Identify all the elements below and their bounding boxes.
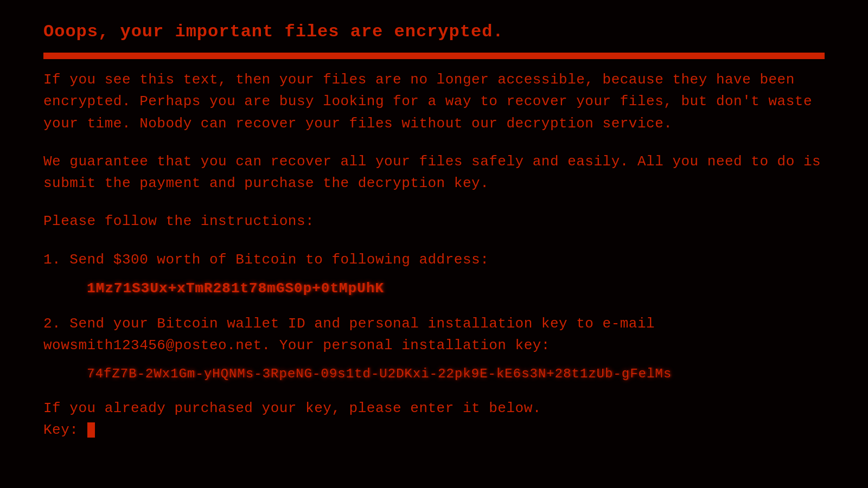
bitcoin-address: 1Mz71S3Ux+xTmR281t78mGS0p+0tMpUhK bbox=[87, 280, 825, 297]
paragraph-2-text: We guarantee that you can recover all yo… bbox=[43, 151, 825, 195]
ransomware-screen: Ooops, your important files are encrypte… bbox=[0, 0, 868, 488]
footer-line2: Key: bbox=[43, 419, 825, 441]
cursor-blink bbox=[87, 422, 95, 438]
instructions-header-section: Please follow the instructions: bbox=[43, 210, 825, 232]
paragraph-2-section: We guarantee that you can recover all yo… bbox=[43, 151, 825, 195]
footer-line1: If you already purchased your key, pleas… bbox=[43, 397, 825, 419]
step1-section: 1. Send $300 worth of Bitcoin to followi… bbox=[43, 249, 825, 297]
installation-key: 74fZ7B-2Wx1Gm-yHQNMs-3RpeNG-09s1td-U2DKx… bbox=[87, 367, 825, 381]
step2-label: 2. Send your Bitcoin wallet ID and perso… bbox=[43, 313, 825, 357]
step2-section: 2. Send your Bitcoin wallet ID and perso… bbox=[43, 313, 825, 381]
step1-label: 1. Send $300 worth of Bitcoin to followi… bbox=[43, 249, 825, 271]
paragraph-1-section: If you see this text, then your files ar… bbox=[43, 69, 825, 134]
instructions-header-text: Please follow the instructions: bbox=[43, 210, 825, 232]
footer-section: If you already purchased your key, pleas… bbox=[43, 397, 825, 441]
key-label: Key: bbox=[43, 422, 87, 438]
main-title: Ooops, your important files are encrypte… bbox=[43, 22, 825, 42]
red-divider-bar bbox=[43, 53, 825, 59]
paragraph-1-text: If you see this text, then your files ar… bbox=[43, 69, 825, 134]
